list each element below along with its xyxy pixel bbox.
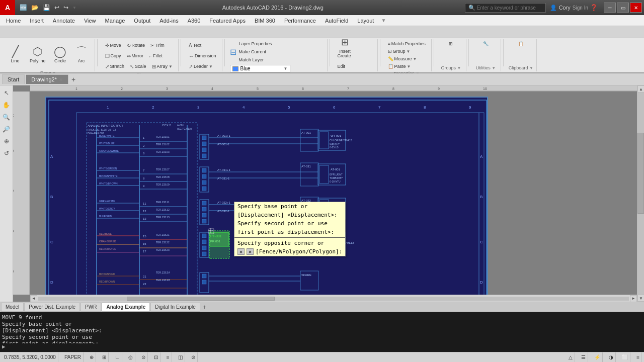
menu-annotate[interactable]: Annotate <box>49 17 79 25</box>
groups-expand[interactable]: ▼ <box>457 66 461 70</box>
clipboard-button[interactable]: 📋 <box>516 40 526 47</box>
restore-button[interactable]: ▭ <box>617 3 629 13</box>
group-button[interactable]: ⊡ Group ▼ <box>385 48 428 55</box>
leader-button[interactable]: ↗ Leader ▼ <box>186 63 215 70</box>
clipboard-expand[interactable]: ▼ <box>529 66 533 70</box>
vertical-scroll-thumb[interactable] <box>637 133 644 214</box>
measure-dd[interactable]: ▼ <box>413 57 417 61</box>
scroll-down-arrow[interactable]: ▼ <box>637 295 644 302</box>
hscroll-track[interactable] <box>38 297 629 301</box>
menu-manage[interactable]: Manage <box>101 17 129 25</box>
move-button[interactable]: ✛ Move <box>103 42 124 49</box>
menu-featured[interactable]: Featured Apps <box>205 17 250 25</box>
menu-output[interactable]: Output <box>130 17 154 25</box>
scale-button[interactable]: ⤡ Scale <box>127 63 149 70</box>
drawing2-close[interactable]: ✕ <box>59 77 63 82</box>
search-input[interactable] <box>477 5 542 11</box>
text-button[interactable]: A Text <box>186 42 204 49</box>
redo-button[interactable]: ↪ <box>62 3 70 12</box>
status-grid[interactable]: ⊞ <box>100 352 109 362</box>
copy-button[interactable]: ❐ Copy <box>103 52 124 60</box>
command-input[interactable] <box>8 343 642 350</box>
stretch-button[interactable]: ⤢ Stretch <box>103 63 127 70</box>
status-otrack[interactable]: ⊡ <box>152 352 160 362</box>
power-dist-tab[interactable]: Power Dist. Example <box>24 303 80 312</box>
status-polar[interactable]: ◎ <box>126 352 135 362</box>
layer-dropdown[interactable]: ▼ <box>284 66 288 71</box>
minimize-button[interactable]: ─ <box>604 3 616 13</box>
utilities-button[interactable]: 🔧 <box>480 40 491 47</box>
coords-display[interactable]: 0.7835, 5.3202, 0.0000 <box>2 352 58 362</box>
canvas-area[interactable]: ↖ ✋ 🔍 🔎 ⊕ ↺ ▲ ▼ <box>0 85 644 302</box>
tt-x-btn[interactable]: ✕ <box>247 248 254 255</box>
menu-view[interactable]: View <box>80 17 100 25</box>
hscroll-right[interactable]: ► <box>630 295 637 302</box>
paper-model-toggle[interactable]: PAPER <box>62 352 84 362</box>
new-drawing-button[interactable]: + <box>69 75 77 83</box>
menu-a360[interactable]: A360 <box>184 17 205 25</box>
close-button[interactable]: ✕ <box>630 3 642 13</box>
user-area[interactable]: 👤 Cory Sign In ❓ <box>546 4 602 11</box>
layer-select[interactable]: Blue ▼ <box>230 65 290 72</box>
circle-button[interactable]: ◯ Circle <box>50 40 70 69</box>
status-lineweight[interactable]: ≡ <box>165 352 172 362</box>
pwr-tab[interactable]: PWR <box>80 303 101 312</box>
utilities-expand[interactable]: ▼ <box>492 66 496 70</box>
match-properties-button[interactable]: ≡ Match Properties <box>385 40 428 47</box>
menu-layout[interactable]: Layout <box>353 17 378 25</box>
sign-in-label[interactable]: Sign In <box>573 5 588 11</box>
scroll-up-arrow[interactable]: ▲ <box>637 85 644 93</box>
status-select[interactable]: ⊘ <box>189 352 198 362</box>
lt-zoom-in[interactable]: 🔍 <box>1 112 12 123</box>
help-icon[interactable]: ❓ <box>590 4 598 11</box>
status-transparency[interactable]: ◫ <box>176 352 185 362</box>
array-button[interactable]: ⊞ Array ▼ <box>149 63 175 70</box>
fillet-button[interactable]: ⌐ Fillet <box>146 52 165 60</box>
paste-dd[interactable]: ▼ <box>407 64 411 69</box>
digital-in-tab[interactable]: Digital In Example <box>150 303 200 312</box>
model-tab[interactable]: Model <box>1 303 24 312</box>
create-button[interactable]: Create <box>335 52 354 59</box>
trim-button[interactable]: ✂ Trim <box>148 42 167 49</box>
menu-autofield[interactable]: AutoField <box>321 17 352 25</box>
hscroll-thumb[interactable] <box>127 297 275 301</box>
analog-example-tab[interactable]: Analog Example <box>102 303 150 312</box>
add-layout-button[interactable]: + <box>201 304 208 311</box>
arc-button[interactable]: ⌒ Arc <box>71 40 92 69</box>
undo-button[interactable]: ↩ <box>53 3 61 12</box>
clean-screen[interactable]: ⬜ <box>620 352 630 362</box>
status-snap[interactable]: ⊕ <box>88 352 96 362</box>
new-button[interactable]: 🆕 <box>18 3 29 12</box>
start-tab[interactable]: Start <box>2 74 25 84</box>
lt-select[interactable]: ↖ <box>1 87 12 99</box>
match-layer-button[interactable]: Match Layer <box>237 56 324 63</box>
dimension-button[interactable]: ↔ Dimension <box>186 52 219 60</box>
paste-button[interactable]: 📋 Paste ▼ <box>385 63 428 70</box>
edit-button[interactable]: Edit <box>335 63 348 70</box>
polyline-button[interactable]: ⬡ Polyline <box>26 40 49 69</box>
workspace-btn[interactable]: ☰ <box>579 352 588 362</box>
mirror-button[interactable]: ⇔ Mirror <box>124 52 146 60</box>
menu-insert[interactable]: Insert <box>26 17 48 25</box>
array-dropdown[interactable]: ▼ <box>169 64 173 69</box>
isolate-objects[interactable]: ◑ <box>607 352 616 362</box>
app-icon[interactable]: A <box>0 0 15 15</box>
menu-bim360[interactable]: BIM 360 <box>251 17 279 25</box>
tt-close-btn[interactable]: ✕ <box>237 248 245 255</box>
qa-dropdown-arrow[interactable]: ▼ <box>71 5 78 11</box>
hscroll-left[interactable]: ◄ <box>30 295 37 302</box>
annotation-scale[interactable]: △ <box>567 352 575 362</box>
make-current-button[interactable]: Make Current <box>237 48 324 55</box>
menu-home[interactable]: Home <box>2 17 25 25</box>
measure-button[interactable]: 📏 Measure ▼ <box>385 55 428 62</box>
line-button[interactable]: ╱ Line <box>5 40 25 69</box>
customization[interactable]: ≡ <box>634 352 642 362</box>
groups-button[interactable]: ⊞ <box>446 40 455 47</box>
drawing2-tab[interactable]: Drawing2* ✕ <box>26 74 68 84</box>
layer-properties-button[interactable]: Layer Properties <box>237 40 324 47</box>
menu-expand[interactable]: ▼ <box>379 18 388 23</box>
group-dd[interactable]: ▼ <box>407 49 411 54</box>
status-osnap[interactable]: ⊙ <box>139 352 148 362</box>
lt-pan[interactable]: ✋ <box>1 100 12 111</box>
hardware-accel[interactable]: ⚡ <box>592 352 603 362</box>
